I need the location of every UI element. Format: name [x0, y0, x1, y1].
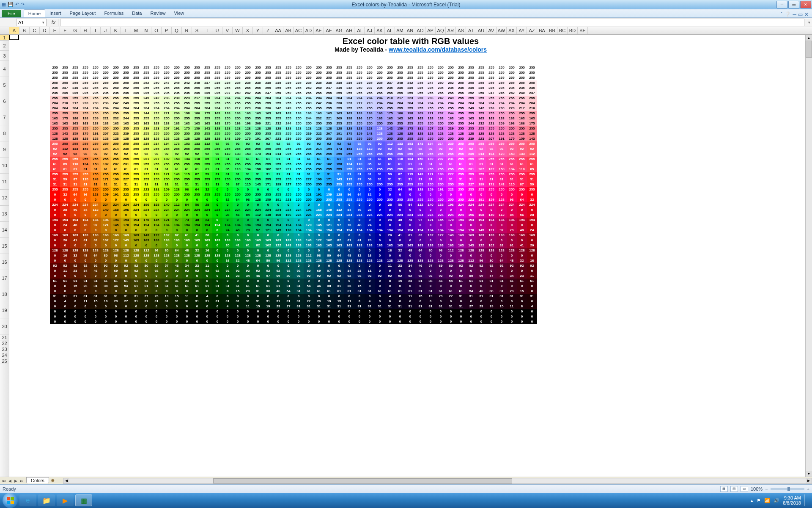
column-header[interactable]: Z: [263, 27, 273, 34]
column-header[interactable]: V: [222, 27, 233, 34]
taskbar-clock[interactable]: 9:30 AM 8/8/2018: [783, 495, 801, 505]
column-header[interactable]: D: [40, 27, 50, 34]
maximize-button[interactable]: ▭: [788, 1, 799, 8]
source-link[interactable]: www.teoalida.com/database/colors: [389, 46, 487, 53]
ribbon-minimize-icon[interactable]: ˄: [780, 11, 783, 17]
row-header[interactable]: 8: [0, 125, 9, 141]
column-header[interactable]: AC: [294, 27, 304, 34]
column-header[interactable]: BE: [578, 27, 588, 34]
formula-input[interactable]: [60, 19, 804, 26]
column-header[interactable]: AT: [466, 27, 476, 34]
tab-nav-last-icon[interactable]: ⏭: [19, 479, 25, 483]
start-button[interactable]: [3, 493, 18, 508]
scroll-left-icon[interactable]: ◀: [63, 478, 69, 483]
chevron-down-icon[interactable]: ▾: [42, 20, 44, 25]
row-header[interactable]: 25: [0, 358, 9, 364]
taskbar-ie-icon[interactable]: e: [19, 494, 36, 506]
row-header[interactable]: 20: [0, 318, 9, 334]
tab-nav-first-icon[interactable]: ⏮: [1, 479, 7, 483]
row-header[interactable]: 9: [0, 141, 9, 157]
view-normal-button[interactable]: ▦: [720, 486, 728, 492]
row-header[interactable]: 21: [0, 334, 9, 340]
worksheet-grid[interactable]: Excel color table with RGB values Made b…: [9, 35, 812, 477]
column-header[interactable]: AJ: [365, 27, 375, 34]
row-header[interactable]: 24: [0, 352, 9, 358]
column-header[interactable]: BD: [568, 27, 578, 34]
column-header[interactable]: B: [19, 27, 30, 34]
scroll-up-icon[interactable]: ▲: [806, 35, 812, 41]
undo-icon[interactable]: ↶: [15, 2, 19, 7]
ribbon-tab-insert[interactable]: Insert: [45, 9, 66, 17]
close-button[interactable]: ✕: [800, 1, 811, 8]
column-header[interactable]: AE: [314, 27, 324, 34]
column-header[interactable]: K: [111, 27, 121, 34]
ribbon-tab-page-layout[interactable]: Page Layout: [66, 9, 100, 17]
row-header[interactable]: 7: [0, 109, 9, 125]
tray-network-icon[interactable]: 📶: [764, 498, 770, 503]
row-header[interactable]: 19: [0, 302, 9, 318]
scroll-right-icon[interactable]: ▶: [806, 478, 812, 483]
column-header[interactable]: AF: [324, 27, 334, 34]
column-header[interactable]: G: [70, 27, 80, 34]
column-header[interactable]: AY: [517, 27, 527, 34]
sheet-tab-colors[interactable]: Colors: [26, 477, 49, 483]
column-header[interactable]: O: [151, 27, 162, 34]
column-header[interactable]: U: [212, 27, 222, 34]
row-header[interactable]: 1: [0, 35, 9, 41]
row-header[interactable]: 4: [0, 61, 9, 77]
column-header[interactable]: AP: [425, 27, 436, 34]
formula-expand-icon[interactable]: ▾: [806, 20, 812, 25]
column-header[interactable]: AK: [375, 27, 385, 34]
column-header[interactable]: AM: [395, 27, 405, 34]
zoom-out-button[interactable]: −: [765, 486, 768, 491]
horizontal-scroll-thumb[interactable]: [213, 478, 513, 483]
column-header[interactable]: A: [9, 27, 19, 34]
column-header[interactable]: W: [233, 27, 243, 34]
ribbon-tab-view[interactable]: View: [170, 9, 189, 17]
column-header[interactable]: E: [50, 27, 60, 34]
column-header[interactable]: X: [243, 27, 253, 34]
column-header[interactable]: BC: [557, 27, 568, 34]
row-header[interactable]: 12: [0, 190, 9, 206]
column-header[interactable]: L: [121, 27, 131, 34]
column-header[interactable]: F: [60, 27, 70, 34]
row-header[interactable]: 10: [0, 157, 9, 174]
column-header[interactable]: Q: [172, 27, 182, 34]
column-header[interactable]: Y: [253, 27, 263, 34]
column-header[interactable]: H: [80, 27, 91, 34]
column-header[interactable]: AG: [334, 27, 344, 34]
row-header[interactable]: 17: [0, 270, 9, 286]
scroll-down-icon[interactable]: ▼: [806, 471, 812, 477]
column-header[interactable]: C: [30, 27, 40, 34]
show-desktop-button[interactable]: [804, 494, 808, 506]
row-header[interactable]: 5: [0, 77, 9, 93]
column-header[interactable]: AI: [354, 27, 365, 34]
taskbar-explorer-icon[interactable]: 📁: [38, 494, 55, 506]
column-header[interactable]: T: [202, 27, 212, 34]
zoom-slider[interactable]: [771, 488, 804, 490]
vertical-scroll-thumb[interactable]: [806, 41, 812, 58]
child-restore-icon[interactable]: ▭: [798, 11, 803, 17]
row-header[interactable]: 6: [0, 93, 9, 109]
column-header[interactable]: AQ: [436, 27, 446, 34]
column-header[interactable]: J: [101, 27, 111, 34]
column-header[interactable]: M: [131, 27, 141, 34]
tray-speaker-icon[interactable]: 🔊: [774, 498, 779, 503]
taskbar-excel-icon[interactable]: ▦: [75, 494, 92, 506]
column-header[interactable]: AX: [507, 27, 517, 34]
column-header[interactable]: AD: [304, 27, 314, 34]
ribbon-tab-review[interactable]: Review: [146, 9, 170, 17]
column-header[interactable]: AW: [497, 27, 507, 34]
row-header[interactable]: 16: [0, 254, 9, 270]
column-header[interactable]: N: [141, 27, 151, 34]
column-header[interactable]: AS: [456, 27, 466, 34]
column-header[interactable]: AN: [405, 27, 415, 34]
row-header[interactable]: 3: [0, 51, 9, 61]
column-header[interactable]: I: [91, 27, 101, 34]
row-header[interactable]: 14: [0, 222, 9, 238]
column-header[interactable]: AH: [344, 27, 354, 34]
column-header[interactable]: AA: [273, 27, 283, 34]
row-header[interactable]: 22: [0, 340, 9, 346]
tray-chevron-up-icon[interactable]: ▴: [751, 498, 753, 503]
column-header[interactable]: AB: [283, 27, 294, 34]
